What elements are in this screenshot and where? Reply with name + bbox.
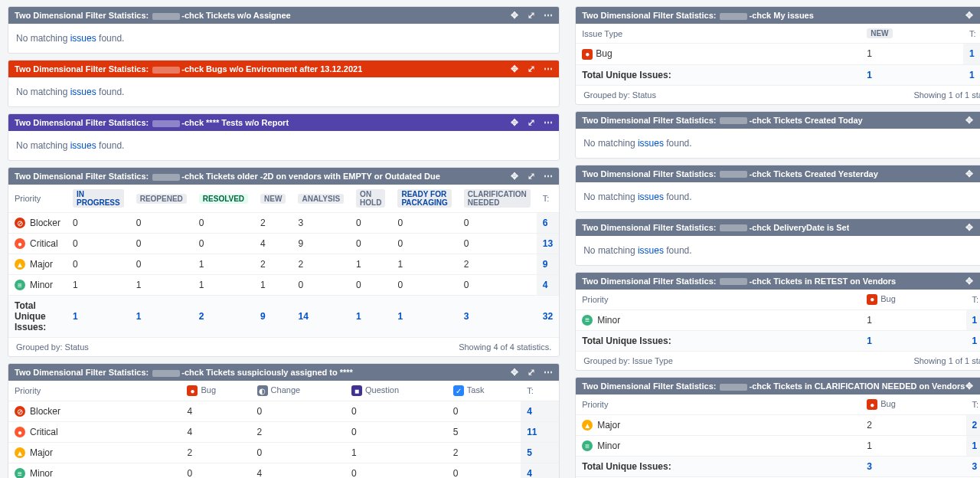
move-icon[interactable]: ✥ (965, 381, 974, 391)
col-priority[interactable]: Priority (8, 381, 181, 401)
status-lozenge: ON HOLD (356, 189, 385, 208)
status-lozenge: NEW (867, 28, 892, 38)
menu-icon[interactable]: ⋯ (544, 64, 553, 74)
dashboard-right-column: Two Dimensional Filter Statistics: -chck… (575, 6, 980, 478)
expand-icon[interactable]: ⤢ (527, 11, 536, 20)
move-icon[interactable]: ✥ (965, 11, 974, 20)
critical-icon: ● (15, 238, 25, 249)
minor-icon: ≡ (15, 280, 25, 290)
gadget-title: Two Dimensional Filter Statistics: -chck… (582, 116, 862, 125)
gadget-title: Two Dimensional Filter Statistics: -chck… (15, 368, 353, 377)
move-icon[interactable]: ✥ (965, 277, 974, 286)
showing-label: Showing 1 of 1 statistics. (913, 356, 980, 365)
col-total[interactable]: T: (521, 381, 559, 401)
gadget-tickets-no-assignee: Two Dimensional Filter Statistics: -chck… (8, 6, 560, 54)
table-row: ▲Major20125 (8, 443, 559, 463)
col-total[interactable]: T: (963, 24, 980, 44)
critical-icon: ● (15, 427, 25, 437)
total-row: Total Unique Issues:33 (576, 457, 980, 477)
gadget-title: Two Dimensional Filter Statistics: -chck… (15, 118, 289, 127)
status-lozenge: ANALYSIS (298, 194, 344, 204)
gadget-bugs-no-env: Two Dimensional Filter Statistics: -chck… (8, 60, 560, 107)
empty-message: No matching issues found. (16, 83, 551, 100)
status-lozenge: NEW (260, 194, 286, 204)
change-icon: ◐ (257, 385, 268, 396)
showing-label: Showing 1 of 1 statistics. (913, 90, 980, 100)
table-row: ⊘Blocker000230006 (8, 213, 559, 234)
col-priority[interactable]: Priority (576, 290, 861, 310)
menu-icon[interactable]: ⋯ (544, 11, 553, 20)
expand-icon[interactable]: ⤢ (527, 368, 536, 377)
gadget-title: Two Dimensional Filter Statistics: -chck… (582, 169, 878, 178)
table-row: ≡Minor11 (576, 436, 980, 457)
move-icon[interactable]: ✥ (510, 172, 519, 181)
menu-icon[interactable]: ⋯ (544, 368, 553, 377)
table-row: ▲Major22 (576, 415, 980, 436)
group-label: Grouped by: Issue Type (583, 356, 673, 365)
gadget-my-issues: Two Dimensional Filter Statistics: -chck… (575, 6, 980, 105)
gadget-title: Two Dimensional Filter Statistics: -chck… (15, 64, 362, 74)
empty-message: No matching issues found. (16, 30, 551, 47)
minor-icon: ≡ (582, 315, 593, 326)
move-icon[interactable]: ✥ (510, 118, 519, 127)
move-icon[interactable]: ✥ (965, 169, 974, 178)
gadget-tickets-today: Two Dimensional Filter Statistics: -chck… (575, 111, 980, 159)
bug-icon: ● (187, 385, 198, 396)
move-icon[interactable]: ✥ (510, 11, 519, 20)
gadget-suspicious-assign: Two Dimensional Filter Statistics: -chck… (8, 363, 560, 478)
gadget-tests-no-report: Two Dimensional Filter Statistics: -chck… (8, 113, 560, 161)
major-icon: ▲ (582, 420, 593, 431)
gadget-title: Two Dimensional Filter Statistics: -chck… (15, 172, 440, 181)
status-lozenge: CLARIFICATION NEEDED (464, 189, 531, 208)
col-total[interactable]: T: (537, 185, 559, 213)
blocker-icon: ⊘ (15, 406, 25, 417)
gadget-title: Two Dimensional Filter Statistics: -chck… (15, 11, 291, 20)
col-issue-type[interactable]: Issue Type (576, 24, 861, 44)
gadget-deliverydate-set: Two Dimensional Filter Statistics: -chck… (575, 218, 980, 266)
minor-icon: ≡ (582, 440, 593, 451)
gadget-title: Two Dimensional Filter Statistics: -chck… (582, 223, 849, 232)
empty-message: No matching issues found. (583, 135, 980, 152)
stats-table: Priority ●Bug T: ≡Minor 1 1 Total Unique… (576, 290, 980, 351)
move-icon[interactable]: ✥ (510, 64, 519, 74)
table-row: ●Critical0004900013 (8, 234, 559, 254)
col-priority[interactable]: Priority (8, 185, 67, 213)
expand-icon[interactable]: ⤢ (527, 118, 536, 127)
gadget-tickets-clarification: Two Dimensional Filter Statistics: -chck… (575, 377, 980, 478)
stats-table: Priority ●Bug ◐Change ■Question ✓Task T:… (8, 381, 559, 478)
menu-icon[interactable]: ⋯ (544, 118, 553, 127)
empty-message: No matching issues found. (16, 137, 551, 154)
empty-message: No matching issues found. (583, 242, 980, 259)
move-icon[interactable]: ✥ (510, 368, 519, 377)
table-row: ●Critical420511 (8, 422, 559, 443)
status-lozenge: IN PROGRESS (73, 189, 124, 208)
showing-label: Showing 4 of 4 statistics. (459, 342, 551, 352)
table-row: ≡Minor04004 (8, 463, 559, 478)
group-label: Grouped by: Status (16, 342, 89, 352)
status-lozenge: READY FOR PACKAGING (397, 189, 451, 208)
expand-icon[interactable]: ⤢ (527, 172, 536, 181)
move-icon[interactable]: ✥ (965, 116, 974, 125)
move-icon[interactable]: ✥ (965, 223, 974, 232)
major-icon: ▲ (15, 447, 25, 458)
col-priority[interactable]: Priority (576, 395, 861, 415)
expand-icon[interactable]: ⤢ (527, 64, 536, 74)
total-row: Total Unique Issues: 1 1 (576, 330, 980, 351)
gadget-tickets-yesterday: Two Dimensional Filter Statistics: -chck… (575, 165, 980, 212)
table-row: ●Bug 1 1 (576, 44, 980, 65)
total-row: Total Unique Issues:11291411332 (8, 296, 559, 338)
table-row: ≡Minor 1 1 (576, 309, 980, 330)
col-total[interactable]: T: (966, 290, 981, 310)
group-label: Grouped by: Status (583, 90, 656, 100)
table-row: ⊘Blocker40004 (8, 401, 559, 422)
col-total[interactable]: T: (966, 395, 981, 415)
menu-icon[interactable]: ⋯ (544, 172, 553, 181)
gadget-tickets-older-2d: Two Dimensional Filter Statistics: -chck… (8, 167, 560, 357)
total-row: Total Unique Issues: 1 1 (576, 64, 980, 85)
status-lozenge: RESOLVED (199, 194, 248, 204)
status-lozenge: REOPENED (136, 194, 187, 204)
gadget-title: Two Dimensional Filter Statistics: -chck… (582, 11, 814, 20)
task-icon: ✓ (453, 385, 464, 396)
gadget-title: Two Dimensional Filter Statistics: -chck… (582, 277, 896, 286)
major-icon: ▲ (15, 259, 25, 270)
